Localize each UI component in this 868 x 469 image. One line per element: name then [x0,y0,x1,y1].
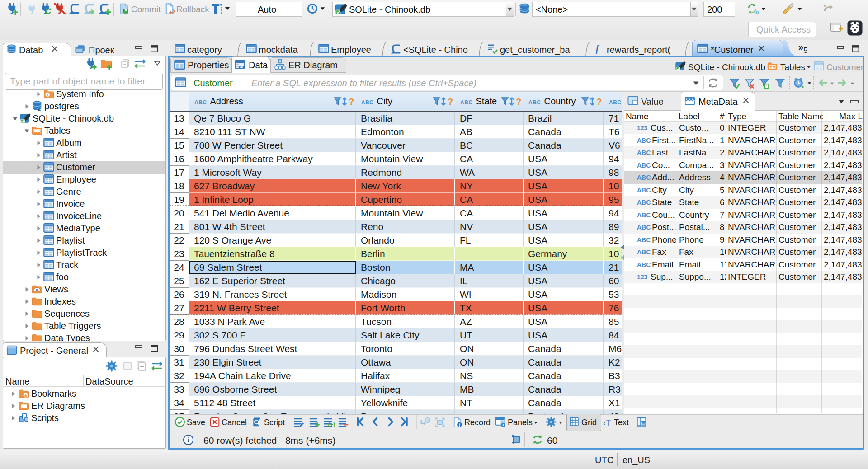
svg-text:f: f [596,43,600,54]
svg-text:?: ? [448,97,453,107]
svg-text:★: ★ [24,393,28,398]
svg-text:?: ? [596,97,602,107]
svg-text:?: ? [349,97,354,107]
svg-text:(+): (+) [328,421,335,427]
svg-text:i: i [187,436,189,444]
svg-text:i: i [459,422,460,427]
svg-text:?: ? [516,97,521,107]
svg-text:i: i [47,92,48,97]
